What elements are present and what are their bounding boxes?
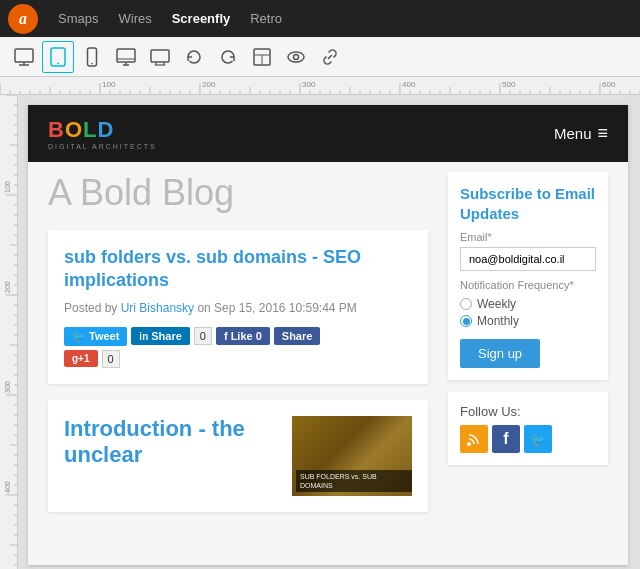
monthly-label: Monthly bbox=[477, 314, 519, 328]
nav-retro[interactable]: Retro bbox=[242, 7, 290, 30]
post-meta-prefix: Posted by bbox=[64, 301, 121, 315]
menu-label: Menu bbox=[554, 125, 592, 142]
blog-sidebar: Subscribe to Email Updates Email* Notifi… bbox=[448, 172, 608, 528]
svg-rect-11 bbox=[151, 50, 169, 62]
blog-main: A Bold Blog sub folders vs. sub domains … bbox=[48, 172, 428, 528]
post-intro: Introduction - the unclear SUB FOLDERS v… bbox=[64, 416, 412, 496]
eye-tool-button[interactable] bbox=[280, 41, 312, 73]
facebook-like-button[interactable]: f Like 0 bbox=[216, 327, 270, 345]
twitter-icon: 🐦 bbox=[72, 330, 86, 343]
canvas-area[interactable]: BOLD DIGITAL ARCHITECTS Menu ≡ A Bold Bl… bbox=[18, 95, 640, 569]
blog-title: A Bold Blog bbox=[48, 172, 428, 214]
svg-rect-7 bbox=[117, 49, 135, 62]
main-area: BOLD DIGITAL ARCHITECTS Menu ≡ A Bold Bl… bbox=[0, 95, 640, 569]
svg-rect-0 bbox=[15, 49, 33, 62]
top-navigation: a Smaps Wires Screenfly Retro bbox=[0, 0, 640, 37]
post-title[interactable]: sub folders vs. sub domains - SEO implic… bbox=[64, 246, 412, 293]
rss-icon[interactable] bbox=[460, 425, 488, 453]
site-menu[interactable]: Menu ≡ bbox=[554, 123, 608, 144]
bold-logo-subtitle: DIGITAL ARCHITECTS bbox=[48, 143, 157, 150]
gplus-section: g+1 0 bbox=[64, 350, 412, 368]
post-meta: Posted by Uri Bishansky on Sep 15, 2016 … bbox=[64, 301, 412, 315]
hamburger-icon: ≡ bbox=[597, 123, 608, 144]
post-card: sub folders vs. sub domains - SEO implic… bbox=[48, 230, 428, 384]
nav-wires[interactable]: Wires bbox=[110, 7, 159, 30]
nav-screenfly[interactable]: Screenfly bbox=[164, 7, 239, 30]
subscribe-title: Subscribe to Email Updates bbox=[460, 184, 596, 223]
svg-point-6 bbox=[91, 62, 93, 64]
site-header: BOLD DIGITAL ARCHITECTS Menu ≡ bbox=[28, 105, 628, 162]
svg-point-18 bbox=[288, 52, 304, 62]
tv-tool-button[interactable] bbox=[144, 41, 176, 73]
post-thumbnail: SUB FOLDERS vs. SUB DOMAINS bbox=[292, 416, 412, 496]
frequency-label: Notification Frequency* bbox=[460, 279, 596, 291]
nav-smaps[interactable]: Smaps bbox=[50, 7, 106, 30]
toolbar bbox=[0, 37, 640, 77]
desktop-tool-button[interactable] bbox=[8, 41, 40, 73]
bold-logo: BOLD bbox=[48, 117, 157, 143]
linkedin-count: 0 bbox=[194, 327, 212, 345]
thumbnail-overlay-text: SUB FOLDERS vs. SUB DOMAINS bbox=[296, 470, 412, 492]
follow-section: Follow Us: f 🐦 bbox=[448, 392, 608, 465]
email-label: Email* bbox=[460, 231, 596, 243]
blog-area: A Bold Blog sub folders vs. sub domains … bbox=[28, 162, 628, 538]
share-buttons: 🐦 Tweet in Share 0 f Like 0 bbox=[64, 327, 412, 346]
facebook-share-button[interactable]: Share bbox=[274, 327, 321, 345]
svg-point-19 bbox=[294, 54, 299, 59]
vertical-ruler bbox=[0, 95, 18, 569]
gplus-button[interactable]: g+1 bbox=[64, 350, 98, 367]
gplus-count: 0 bbox=[102, 350, 120, 368]
rotate-cw-button[interactable] bbox=[212, 41, 244, 73]
signup-button[interactable]: Sign up bbox=[460, 339, 540, 368]
webpage-mockup: BOLD DIGITAL ARCHITECTS Menu ≡ A Bold Bl… bbox=[28, 105, 628, 565]
post-author-link[interactable]: Uri Bishansky bbox=[121, 301, 194, 315]
phone-tool-button[interactable] bbox=[76, 41, 108, 73]
intro-post-card: Introduction - the unclear SUB FOLDERS v… bbox=[48, 400, 428, 512]
app-logo[interactable]: a bbox=[8, 4, 38, 34]
rotate-ccw-button[interactable] bbox=[178, 41, 210, 73]
post-intro-text: Introduction - the unclear bbox=[64, 416, 280, 469]
facebook-icon[interactable]: f bbox=[492, 425, 520, 453]
weekly-option[interactable]: Weekly bbox=[460, 297, 596, 311]
svg-point-4 bbox=[57, 62, 59, 64]
twitter-share-button[interactable]: 🐦 Tweet bbox=[64, 327, 127, 346]
monitor-tool-button[interactable] bbox=[110, 41, 142, 73]
radio-dot bbox=[463, 318, 470, 325]
facebook-icon: f bbox=[224, 330, 228, 342]
linkedin-icon: in bbox=[139, 331, 148, 342]
email-input[interactable] bbox=[460, 247, 596, 271]
tablet-tool-button[interactable] bbox=[42, 41, 74, 73]
link-tool-button[interactable] bbox=[314, 41, 346, 73]
svg-point-20 bbox=[467, 442, 471, 446]
monthly-radio[interactable] bbox=[460, 315, 472, 327]
post-meta-suffix: on Sep 15, 2016 10:59:44 PM bbox=[194, 301, 357, 315]
bold-logo-container: BOLD DIGITAL ARCHITECTS bbox=[48, 117, 157, 150]
subscribe-section: Subscribe to Email Updates Email* Notifi… bbox=[448, 172, 608, 380]
follow-label: Follow Us: bbox=[460, 404, 596, 419]
weekly-label: Weekly bbox=[477, 297, 516, 311]
linkedin-share-button[interactable]: in Share bbox=[131, 327, 189, 345]
twitter-social-icon[interactable]: 🐦 bbox=[524, 425, 552, 453]
layout-tool-button[interactable] bbox=[246, 41, 278, 73]
post-intro-title[interactable]: Introduction - the unclear bbox=[64, 416, 280, 469]
social-icons: f 🐦 bbox=[460, 425, 596, 453]
horizontal-ruler bbox=[0, 77, 640, 95]
weekly-radio[interactable] bbox=[460, 298, 472, 310]
monthly-option[interactable]: Monthly bbox=[460, 314, 596, 328]
